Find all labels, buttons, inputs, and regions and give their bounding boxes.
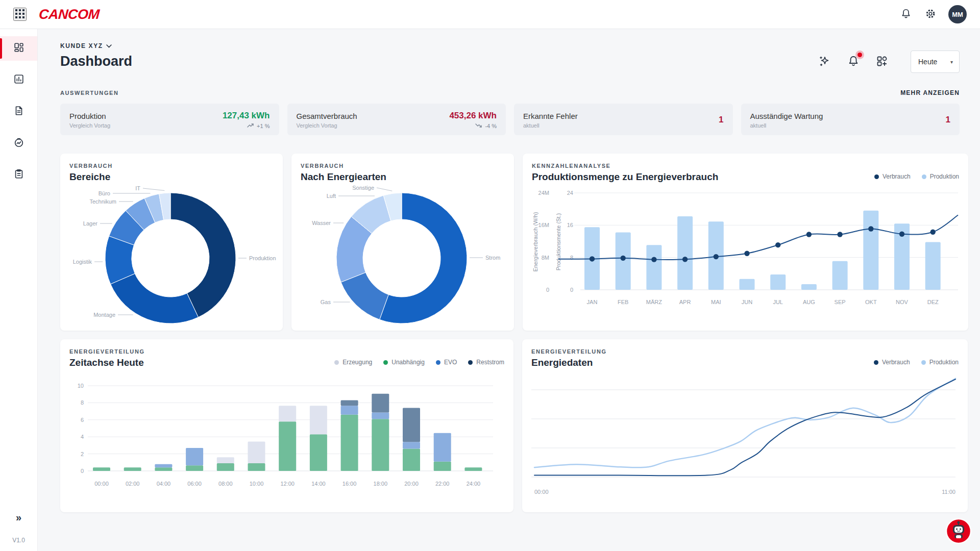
svg-text:4: 4 <box>81 434 84 440</box>
apps-grid-button[interactable] <box>13 8 27 21</box>
svg-text:24:00: 24:00 <box>467 481 481 487</box>
legend-item: Reststrom <box>468 359 504 366</box>
svg-text:06:00: 06:00 <box>187 481 202 487</box>
svg-text:10:00: 10:00 <box>250 481 264 487</box>
kpi-title: Erkannte Fehler <box>523 112 578 120</box>
sidebar-item-monitoring[interactable] <box>0 131 37 156</box>
date-filter-value: Heute <box>918 58 937 66</box>
chatbot-button[interactable] <box>944 517 972 545</box>
alerts-button[interactable] <box>846 54 861 70</box>
cancom-logo[interactable]: CANCOM <box>38 7 100 22</box>
kpi-card-ausstaendige-wartung[interactable]: Ausständige Wartung aktuell 1 <box>741 104 960 135</box>
kpi-subtitle: Vergleich Vortag <box>69 122 110 129</box>
kpi-value: 1 <box>946 115 950 125</box>
legend-item: Unabhängig <box>383 359 425 366</box>
donut-chart-bereiche: ProduktionMontageLogistikLagerTechnikumB… <box>69 186 274 324</box>
svg-text:24: 24 <box>567 190 573 196</box>
breadcrumb[interactable]: KUNDE XYZ <box>60 42 132 49</box>
kpi-subtitle: aktuell <box>750 122 823 129</box>
svg-text:MÄRZ: MÄRZ <box>646 299 662 305</box>
svg-text:NOV: NOV <box>896 299 909 305</box>
kpi-trend-text: +1 % <box>257 123 270 129</box>
svg-text:Sonstige: Sonstige <box>352 185 374 191</box>
sidebar-item-tasks[interactable] <box>0 163 37 187</box>
svg-text:MAI: MAI <box>711 299 721 305</box>
notifications-button[interactable] <box>899 7 913 22</box>
sparkle-icon <box>818 55 831 69</box>
card-section-label: ENERGIEVERTEILUNG <box>69 348 145 355</box>
dashboard-icon <box>13 42 24 55</box>
settings-button[interactable] <box>924 7 937 22</box>
kpi-title: Ausständige Wartung <box>750 112 823 120</box>
card-section-label: ENERGIEVERTEILUNG <box>531 348 607 355</box>
chart-card-energiearten: VERBRAUCH Nach Energiearten StromGasWass… <box>291 154 514 331</box>
kpi-card-produktion[interactable]: Produktion Vergleich Vortag 127,43 kWh +… <box>60 104 279 135</box>
chart-legend: VerbrauchProduktion <box>874 173 959 180</box>
legend-item: Erzeugung <box>334 359 372 366</box>
svg-text:16M: 16M <box>538 222 549 228</box>
svg-text:Produktionsmente (St.): Produktionsmente (St.) <box>555 213 561 271</box>
trend-up-icon <box>247 123 254 129</box>
card-title: Nach Energiearten <box>301 171 386 183</box>
chart-card-energiedaten: ENERGIEVERTEILUNG Energiedaten Verbrauch… <box>522 339 968 512</box>
card-title: Produktionsmenge zu Energieverbrauch <box>532 171 718 183</box>
kpi-row: Produktion Vergleich Vortag 127,43 kWh +… <box>60 104 960 135</box>
kpi-card-erkannte-fehler[interactable]: Erkannte Fehler aktuell 1 <box>514 104 733 135</box>
breadcrumb-label: KUNDE XYZ <box>60 42 103 49</box>
card-title: Energiedaten <box>531 357 607 368</box>
svg-text:16:00: 16:00 <box>342 481 357 487</box>
avatar[interactable]: MM <box>948 5 967 23</box>
svg-text:Strom: Strom <box>485 255 500 261</box>
card-title: Bereiche <box>69 171 113 183</box>
svg-text:JUL: JUL <box>773 299 783 305</box>
ai-assistant-button[interactable] <box>817 54 832 70</box>
legend-item: Verbrauch <box>874 173 911 180</box>
svg-text:SEP: SEP <box>835 299 846 305</box>
bar-chart-icon <box>13 73 24 87</box>
svg-text:08:00: 08:00 <box>218 481 233 487</box>
card-section-label: VERBRAUCH <box>69 163 113 169</box>
svg-text:Wasser: Wasser <box>312 220 331 226</box>
svg-text:Lager: Lager <box>83 220 97 227</box>
legend-item: Produktion <box>922 173 959 180</box>
svg-text:18:00: 18:00 <box>374 481 388 487</box>
svg-text:20:00: 20:00 <box>404 481 419 487</box>
svg-text:Logistik: Logistik <box>73 259 92 265</box>
kpi-card-gesamtverbrauch[interactable]: Gesamtverbrauch Vergleich Vortag 453,26 … <box>287 104 506 135</box>
line-chart-energiedaten: 00:0011:00 <box>531 371 959 499</box>
card-section-label: KENNZAHLENANALYSE <box>532 163 718 169</box>
svg-text:0: 0 <box>81 468 84 474</box>
svg-text:0: 0 <box>570 287 573 293</box>
kpi-trend-text: -4 % <box>485 123 497 129</box>
chart-card-kennzahlen: KENNZAHLENANALYSE Produktionsmenge zu En… <box>523 154 968 331</box>
sidebar-expand-button[interactable]: » <box>16 512 21 523</box>
document-icon <box>13 105 24 118</box>
svg-text:DEZ: DEZ <box>927 299 939 305</box>
svg-text:APR: APR <box>679 299 691 305</box>
chart-card-zeitachse: ENERGIEVERTEILUNG Zeitachse Heute Erzeug… <box>60 339 513 512</box>
bell-icon <box>900 8 912 21</box>
legend-dot-icon <box>468 360 473 365</box>
sidebar-item-dashboard[interactable] <box>0 36 37 61</box>
clipboard-list-icon <box>13 168 24 182</box>
svg-text:24M: 24M <box>538 190 549 196</box>
svg-text:FEB: FEB <box>618 299 628 305</box>
add-widget-button[interactable] <box>875 54 889 70</box>
legend-item: Produktion <box>921 359 959 366</box>
sidebar-item-analytics[interactable] <box>0 68 37 92</box>
svg-text:8: 8 <box>570 255 573 261</box>
svg-text:OKT: OKT <box>865 299 877 305</box>
alert-bell-icon <box>847 55 860 69</box>
svg-text:8M: 8M <box>542 255 549 261</box>
svg-text:IT: IT <box>135 185 140 191</box>
sidebar-item-documents[interactable] <box>0 99 37 124</box>
svg-text:14:00: 14:00 <box>311 481 326 487</box>
svg-text:AUG: AUG <box>803 299 815 305</box>
show-more-link[interactable]: MEHR ANZEIGEN <box>900 89 960 96</box>
donut-chart-energiearten: StromGasWasserLuftSonstige <box>301 186 505 324</box>
card-title: Zeitachse Heute <box>69 357 145 368</box>
svg-text:2: 2 <box>81 451 84 457</box>
gauge-icon <box>13 137 24 150</box>
legend-dot-icon <box>921 360 926 365</box>
date-filter-select[interactable]: Heute ▾ <box>911 51 960 73</box>
